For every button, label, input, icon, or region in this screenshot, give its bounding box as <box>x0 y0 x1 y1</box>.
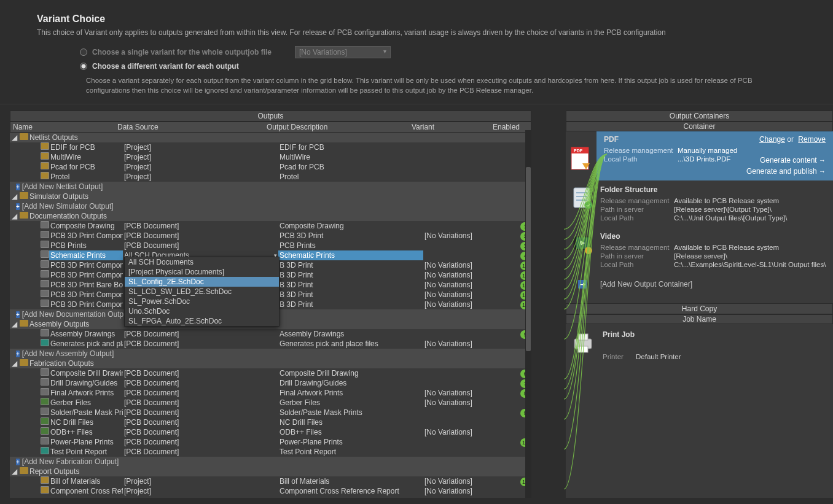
output-name[interactable]: Bill of Materials <box>49 476 123 486</box>
output-name[interactable]: Pcad for PCB <box>49 162 123 172</box>
output-source[interactable]: [PCB Document] <box>123 447 272 457</box>
output-variant[interactable]: [No Variations] <box>423 270 504 280</box>
add-output-label[interactable]: [Add New Netlist Output] <box>21 182 531 192</box>
output-name[interactable]: Composite Drill Drawing <box>49 368 123 378</box>
output-row[interactable]: EDIF for PCB[Project]EDIF for PCB <box>10 142 531 152</box>
output-source[interactable]: [PCB Document] <box>123 398 272 408</box>
radio-single-variant[interactable] <box>80 48 87 56</box>
add-output-label[interactable]: [Add New Fabrication Output] <box>21 457 531 467</box>
output-name[interactable]: MultiWire <box>49 152 123 162</box>
output-name[interactable]: ODB++ Files <box>49 427 123 437</box>
output-row[interactable]: PCB 3D Print Components[PCB Document]PCB… <box>10 231 531 241</box>
output-name[interactable]: Power-Plane Prints <box>49 437 123 447</box>
output-name[interactable]: PCB Prints <box>49 241 123 250</box>
output-variant[interactable]: [No Variations] <box>423 260 504 270</box>
output-source[interactable]: [Project] <box>123 172 272 182</box>
output-row[interactable]: NC Drill Files[PCB Document]NC Drill Fil… <box>10 417 531 427</box>
output-name[interactable]: NC Drill Files <box>49 417 123 427</box>
print-job-card[interactable]: Print Job Printer Default Printer <box>566 324 833 367</box>
output-name[interactable]: PCB 3D Print Bare Board <box>49 280 123 290</box>
output-row[interactable]: Bill of Materials[Project]Bill of Materi… <box>10 476 531 486</box>
variant-radio-single-row[interactable]: Choose a single variant for the whole ou… <box>37 44 796 60</box>
output-variant[interactable]: [No Variations] <box>423 300 504 309</box>
output-source[interactable]: [PCB Document] <box>123 221 272 231</box>
output-row[interactable]: Test Point Report[PCB Document]Test Poin… <box>10 447 531 457</box>
dropdown-option[interactable]: SL_Config_2E.SchDoc <box>125 277 279 287</box>
variant-radio-each-row[interactable]: Choose a different variant for each outp… <box>37 60 796 72</box>
col-data-source[interactable]: Data Source <box>115 122 264 132</box>
output-source[interactable]: [Project] <box>123 142 272 152</box>
expand-toggle[interactable]: ◢ <box>10 133 18 142</box>
dropdown-option[interactable]: [Project Physical Documents] <box>125 267 279 277</box>
expand-toggle[interactable]: ◢ <box>10 211 18 221</box>
output-source[interactable]: [Project] <box>123 476 272 486</box>
add-output-container-row[interactable]: ➜ [Add New Output Container] <box>566 274 833 295</box>
output-name[interactable]: PCB 3D Print Components <box>49 290 123 300</box>
output-variant[interactable]: [No Variations] <box>423 427 504 437</box>
dropdown-option[interactable]: SL_Power.SchDoc <box>125 297 279 306</box>
output-row[interactable]: Generates pick and place[PCB Document]Ge… <box>10 339 531 349</box>
output-source[interactable]: [Project] <box>123 152 272 162</box>
expand-toggle[interactable]: ◢ <box>10 467 18 476</box>
output-name[interactable]: Drill Drawing/Guides <box>49 378 123 388</box>
output-variant[interactable]: [No Variations] <box>423 231 504 241</box>
output-name[interactable]: Assembly Drawings <box>49 329 123 339</box>
output-variant[interactable]: [No Variations] <box>423 398 504 408</box>
output-row[interactable]: Composite Drawing[PCB Document]Composite… <box>10 221 531 231</box>
output-source[interactable]: [PCB Document] <box>123 231 272 241</box>
col-variant[interactable]: Variant <box>409 122 490 132</box>
output-variant[interactable]: [No Variations] <box>423 290 504 300</box>
output-row[interactable]: PCB Prints[PCB Document]PCB Prints3 <box>10 241 531 250</box>
add-output-label[interactable]: [Add New Assembly Output] <box>21 349 531 359</box>
output-source[interactable]: [PCB Document] <box>123 368 272 378</box>
output-name[interactable]: PCB 3D Print Components <box>49 260 123 270</box>
output-name[interactable]: Component Cross Reference <box>49 486 123 496</box>
output-name[interactable]: Protel <box>49 172 123 182</box>
output-row[interactable]: Protel[Project]Protel <box>10 172 531 182</box>
output-row[interactable]: MultiWire[Project]MultiWire <box>10 152 531 162</box>
output-source[interactable]: [PCB Document] <box>123 417 272 427</box>
output-row[interactable]: Power-Plane Prints[PCB Document]Power-Pl… <box>10 437 531 447</box>
dropdown-option[interactable]: SL_FPGA_Auto_2E.SchDoc <box>125 316 279 326</box>
output-name[interactable]: Solder/Paste Mask Prints <box>49 408 123 417</box>
output-row[interactable]: Drill Drawing/Guides[PCB Document]Drill … <box>10 378 531 388</box>
folder-container-card[interactable]: Folder Structure Release managementAvail… <box>566 180 833 227</box>
output-name[interactable]: Composite Drawing <box>49 221 123 231</box>
output-variant[interactable]: [No Variations] <box>423 339 504 349</box>
output-variant[interactable]: [No Variations] <box>423 486 504 496</box>
output-name[interactable]: Test Point Report <box>49 447 123 457</box>
generate-content-link[interactable]: Generate content → <box>760 155 826 166</box>
scrollbar[interactable] <box>525 130 531 498</box>
output-source[interactable]: [Project] <box>123 162 272 172</box>
generate-publish-link[interactable]: Generate and publish → <box>604 166 826 177</box>
output-name[interactable]: Generates pick and place <box>49 339 123 349</box>
output-source[interactable]: [PCB Document] <box>123 427 272 437</box>
col-enabled[interactable]: Enabled <box>490 122 517 132</box>
output-name[interactable]: Final Artwork Prints <box>49 388 123 398</box>
output-name[interactable]: EDIF for PCB <box>49 142 123 152</box>
output-source[interactable]: [PCB Document] <box>123 378 272 388</box>
col-name[interactable]: Name <box>10 122 115 132</box>
output-name[interactable]: Schematic Prints <box>49 250 123 260</box>
output-row[interactable]: Assembly Drawings[PCB Document]Assembly … <box>10 329 531 339</box>
output-source[interactable]: [PCB Document] <box>123 388 272 398</box>
output-source[interactable]: [PCB Document] <box>123 408 272 417</box>
output-row[interactable]: Component Cross Reference[Project]Compon… <box>10 486 531 496</box>
output-source[interactable]: [PCB Document] <box>123 339 272 349</box>
add-output-label[interactable]: [Add New Simulator Output] <box>21 201 531 211</box>
output-variant[interactable]: [No Variations] <box>423 476 504 486</box>
output-row[interactable]: Solder/Paste Mask Prints[PCB Document]So… <box>10 408 531 417</box>
expand-toggle[interactable]: ◢ <box>10 319 18 329</box>
output-row[interactable]: ODB++ Files[PCB Document]ODB++ Files[No … <box>10 427 531 437</box>
change-link[interactable]: Change <box>759 135 785 144</box>
dropdown-option[interactable]: Uno.SchDoc <box>125 306 279 316</box>
pdf-container-card[interactable]: PDF Change or Remove Release managementM… <box>596 131 833 180</box>
dropdown-option[interactable]: SL_LCD_SW_LED_2E.SchDoc <box>125 287 279 297</box>
output-name[interactable]: Gerber Files <box>49 398 123 408</box>
expand-toggle[interactable]: ◢ <box>10 359 18 368</box>
expand-toggle[interactable]: ◢ <box>10 192 18 201</box>
output-row[interactable]: Final Artwork Prints[PCB Document]Final … <box>10 388 531 398</box>
data-source-dropdown-menu[interactable]: All SCH Documents[Project Physical Docum… <box>124 257 280 327</box>
remove-link[interactable]: Remove <box>798 135 826 144</box>
col-description[interactable]: Output Description <box>264 122 409 132</box>
